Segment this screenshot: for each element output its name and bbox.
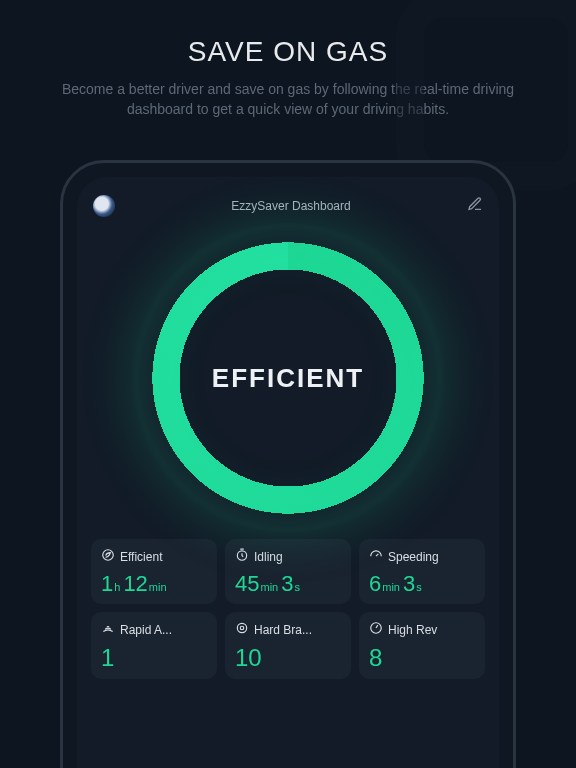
timer-icon (235, 548, 249, 565)
metric-label: Rapid A... (120, 623, 172, 637)
metric-label: Idling (254, 550, 283, 564)
metrics-grid: Efficient1h12minIdling45min3sSpeeding6mi… (91, 539, 485, 679)
metric-head: High Rev (369, 621, 475, 638)
edit-icon[interactable] (467, 196, 483, 216)
efficiency-label: EFFICIENT (212, 363, 364, 394)
metric-head: Efficient (101, 548, 207, 565)
metric-card-rapid-a-[interactable]: Rapid A...1 (91, 612, 217, 679)
svg-point-3 (240, 626, 244, 630)
device-frame: EzzySaver Dashboard EFFICIENT Efficient1… (60, 160, 516, 768)
metric-label: Speeding (388, 550, 439, 564)
svg-point-2 (237, 623, 246, 632)
metric-head: Rapid A... (101, 621, 207, 638)
metric-card-speeding[interactable]: Speeding6min3s (359, 539, 485, 604)
gauge-icon (369, 548, 383, 565)
efficiency-ring-wrap: EFFICIENT (91, 241, 485, 515)
metric-value: 1h12min (101, 571, 207, 597)
metric-head: Speeding (369, 548, 475, 565)
metric-card-efficient[interactable]: Efficient1h12min (91, 539, 217, 604)
metric-label: Hard Bra... (254, 623, 312, 637)
metric-value: 10 (235, 644, 341, 672)
metric-value: 1 (101, 644, 207, 672)
metric-label: Efficient (120, 550, 162, 564)
metric-head: Hard Bra... (235, 621, 341, 638)
metric-value: 6min3s (369, 571, 475, 597)
svg-point-0 (103, 550, 114, 561)
app-screen: EzzySaver Dashboard EFFICIENT Efficient1… (77, 177, 499, 768)
signal-icon (101, 621, 115, 638)
metric-card-idling[interactable]: Idling45min3s (225, 539, 351, 604)
metric-card-hard-bra-[interactable]: Hard Bra...10 (225, 612, 351, 679)
app-title: EzzySaver Dashboard (231, 199, 350, 213)
app-header: EzzySaver Dashboard (91, 193, 485, 227)
target-icon (235, 621, 249, 638)
metric-value: 8 (369, 644, 475, 672)
metric-head: Idling (235, 548, 341, 565)
metric-label: High Rev (388, 623, 437, 637)
metric-value: 45min3s (235, 571, 341, 597)
avatar[interactable] (93, 195, 115, 217)
metric-card-high-rev[interactable]: High Rev8 (359, 612, 485, 679)
tach-icon (369, 621, 383, 638)
efficiency-ring: EFFICIENT (151, 241, 425, 515)
leaf-icon (101, 548, 115, 565)
